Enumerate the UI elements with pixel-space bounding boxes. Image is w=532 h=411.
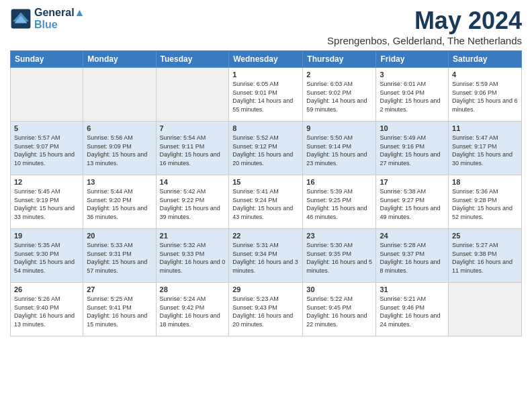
calendar-cell: 6Sunrise: 5:56 AMSunset: 9:09 PMDaylight… xyxy=(83,122,156,175)
day-number: 4 xyxy=(452,71,518,79)
calendar-cell: 24Sunrise: 5:28 AMSunset: 9:37 PMDayligh… xyxy=(376,229,449,283)
day-info: Sunrise: 6:03 AMSunset: 9:02 PMDaylight:… xyxy=(306,80,372,113)
day-info: Sunrise: 5:35 AMSunset: 9:30 PMDaylight:… xyxy=(14,241,79,275)
day-info: Sunrise: 5:24 AMSunset: 9:42 PMDaylight:… xyxy=(160,295,226,328)
calendar-page: General▲ Blue May 2024 Sprengenbos, Geld… xyxy=(0,0,532,411)
day-number: 8 xyxy=(232,124,299,132)
day-number: 20 xyxy=(87,232,152,240)
month-title: May 2024 xyxy=(327,7,522,35)
day-number: 23 xyxy=(306,232,372,240)
day-number: 17 xyxy=(380,178,445,186)
day-info: Sunrise: 5:49 AMSunset: 9:16 PMDaylight:… xyxy=(380,134,445,167)
location: Sprengenbos, Gelderland, The Netherlands xyxy=(327,35,522,46)
calendar-cell: 10Sunrise: 5:49 AMSunset: 9:16 PMDayligh… xyxy=(376,122,449,175)
day-number: 29 xyxy=(232,285,299,293)
day-info: Sunrise: 5:45 AMSunset: 9:19 PMDaylight:… xyxy=(14,187,79,221)
weekday-header-friday: Friday xyxy=(376,51,449,68)
day-number: 26 xyxy=(14,285,79,293)
day-info: Sunrise: 5:30 AMSunset: 9:35 PMDaylight:… xyxy=(306,241,372,275)
weekday-header-saturday: Saturday xyxy=(449,51,522,68)
day-number: 3 xyxy=(380,71,445,79)
day-number: 6 xyxy=(87,124,152,132)
day-info: Sunrise: 5:22 AMSunset: 9:45 PMDaylight:… xyxy=(306,295,372,328)
calendar-cell: 22Sunrise: 5:31 AMSunset: 9:34 PMDayligh… xyxy=(229,229,303,283)
day-info: Sunrise: 5:36 AMSunset: 9:28 PMDaylight:… xyxy=(452,187,518,221)
calendar-cell xyxy=(449,283,522,336)
calendar-cell: 15Sunrise: 5:41 AMSunset: 9:24 PMDayligh… xyxy=(229,175,303,229)
week-row-1: 1Sunrise: 6:05 AMSunset: 9:01 PMDaylight… xyxy=(11,68,522,122)
calendar-cell: 13Sunrise: 5:44 AMSunset: 9:20 PMDayligh… xyxy=(83,175,156,229)
week-row-2: 5Sunrise: 5:57 AMSunset: 9:07 PMDaylight… xyxy=(11,122,522,175)
day-info: Sunrise: 5:38 AMSunset: 9:27 PMDaylight:… xyxy=(380,187,445,221)
logo-icon xyxy=(10,8,32,30)
day-info: Sunrise: 5:28 AMSunset: 9:37 PMDaylight:… xyxy=(380,241,445,275)
day-number: 13 xyxy=(87,178,152,186)
title-area: May 2024 Sprengenbos, Gelderland, The Ne… xyxy=(327,7,522,46)
calendar-cell: 29Sunrise: 5:23 AMSunset: 9:43 PMDayligh… xyxy=(229,283,303,336)
day-number: 7 xyxy=(160,124,226,132)
day-info: Sunrise: 5:52 AMSunset: 9:12 PMDaylight:… xyxy=(232,134,299,167)
calendar-cell: 21Sunrise: 5:32 AMSunset: 9:33 PMDayligh… xyxy=(156,229,229,283)
calendar-cell xyxy=(156,68,229,122)
day-number: 18 xyxy=(452,178,518,186)
day-info: Sunrise: 5:25 AMSunset: 9:41 PMDaylight:… xyxy=(87,295,152,328)
header: General▲ Blue May 2024 Sprengenbos, Geld… xyxy=(10,7,522,46)
day-number: 24 xyxy=(380,232,445,240)
day-info: Sunrise: 5:21 AMSunset: 9:46 PMDaylight:… xyxy=(380,295,445,328)
calendar-cell: 17Sunrise: 5:38 AMSunset: 9:27 PMDayligh… xyxy=(376,175,449,229)
calendar-cell: 30Sunrise: 5:22 AMSunset: 9:45 PMDayligh… xyxy=(303,283,376,336)
day-info: Sunrise: 5:23 AMSunset: 9:43 PMDaylight:… xyxy=(232,295,299,328)
day-number: 16 xyxy=(306,178,372,186)
calendar-cell: 1Sunrise: 6:05 AMSunset: 9:01 PMDaylight… xyxy=(229,68,303,122)
day-info: Sunrise: 5:27 AMSunset: 9:38 PMDaylight:… xyxy=(452,241,518,275)
day-info: Sunrise: 5:59 AMSunset: 9:06 PMDaylight:… xyxy=(452,80,518,113)
day-number: 9 xyxy=(306,124,372,132)
day-info: Sunrise: 5:39 AMSunset: 9:25 PMDaylight:… xyxy=(306,187,372,221)
day-number: 31 xyxy=(380,285,445,293)
weekday-header-row: SundayMondayTuesdayWednesdayThursdayFrid… xyxy=(11,51,522,68)
calendar-cell: 8Sunrise: 5:52 AMSunset: 9:12 PMDaylight… xyxy=(229,122,303,175)
day-number: 12 xyxy=(14,178,79,186)
weekday-header-wednesday: Wednesday xyxy=(229,51,303,68)
day-info: Sunrise: 5:32 AMSunset: 9:33 PMDaylight:… xyxy=(160,241,226,275)
day-number: 11 xyxy=(452,124,518,132)
day-number: 27 xyxy=(87,285,152,293)
calendar-cell: 9Sunrise: 5:50 AMSunset: 9:14 PMDaylight… xyxy=(303,122,376,175)
calendar-table: SundayMondayTuesdayWednesdayThursdayFrid… xyxy=(10,50,522,336)
calendar-cell: 4Sunrise: 5:59 AMSunset: 9:06 PMDaylight… xyxy=(449,68,522,122)
day-number: 21 xyxy=(160,232,226,240)
weekday-header-thursday: Thursday xyxy=(303,51,376,68)
day-number: 22 xyxy=(232,232,299,240)
logo-text: General▲ Blue xyxy=(34,7,85,31)
day-info: Sunrise: 5:54 AMSunset: 9:11 PMDaylight:… xyxy=(160,134,226,167)
calendar-cell: 12Sunrise: 5:45 AMSunset: 9:19 PMDayligh… xyxy=(11,175,83,229)
calendar-cell: 11Sunrise: 5:47 AMSunset: 9:17 PMDayligh… xyxy=(449,122,522,175)
week-row-3: 12Sunrise: 5:45 AMSunset: 9:19 PMDayligh… xyxy=(11,175,522,229)
calendar-cell: 2Sunrise: 6:03 AMSunset: 9:02 PMDaylight… xyxy=(303,68,376,122)
day-info: Sunrise: 5:41 AMSunset: 9:24 PMDaylight:… xyxy=(232,187,299,221)
day-info: Sunrise: 5:26 AMSunset: 9:40 PMDaylight:… xyxy=(14,295,79,328)
week-row-4: 19Sunrise: 5:35 AMSunset: 9:30 PMDayligh… xyxy=(11,229,522,283)
weekday-header-tuesday: Tuesday xyxy=(156,51,229,68)
calendar-cell xyxy=(11,68,83,122)
calendar-cell: 14Sunrise: 5:42 AMSunset: 9:22 PMDayligh… xyxy=(156,175,229,229)
day-number: 5 xyxy=(14,124,79,132)
day-number: 1 xyxy=(232,71,299,79)
calendar-cell: 16Sunrise: 5:39 AMSunset: 9:25 PMDayligh… xyxy=(303,175,376,229)
calendar-cell xyxy=(83,68,156,122)
day-number: 2 xyxy=(306,71,372,79)
day-info: Sunrise: 5:50 AMSunset: 9:14 PMDaylight:… xyxy=(306,134,372,167)
calendar-cell: 19Sunrise: 5:35 AMSunset: 9:30 PMDayligh… xyxy=(11,229,83,283)
weekday-header-monday: Monday xyxy=(83,51,156,68)
calendar-cell: 20Sunrise: 5:33 AMSunset: 9:31 PMDayligh… xyxy=(83,229,156,283)
day-number: 19 xyxy=(14,232,79,240)
day-number: 28 xyxy=(160,285,226,293)
calendar-cell: 5Sunrise: 5:57 AMSunset: 9:07 PMDaylight… xyxy=(11,122,83,175)
day-info: Sunrise: 5:33 AMSunset: 9:31 PMDaylight:… xyxy=(87,241,152,275)
day-info: Sunrise: 5:57 AMSunset: 9:07 PMDaylight:… xyxy=(14,134,79,167)
day-number: 14 xyxy=(160,178,226,186)
week-row-5: 26Sunrise: 5:26 AMSunset: 9:40 PMDayligh… xyxy=(11,283,522,336)
day-info: Sunrise: 5:47 AMSunset: 9:17 PMDaylight:… xyxy=(452,134,518,167)
day-info: Sunrise: 5:31 AMSunset: 9:34 PMDaylight:… xyxy=(232,241,299,275)
calendar-cell: 25Sunrise: 5:27 AMSunset: 9:38 PMDayligh… xyxy=(449,229,522,283)
